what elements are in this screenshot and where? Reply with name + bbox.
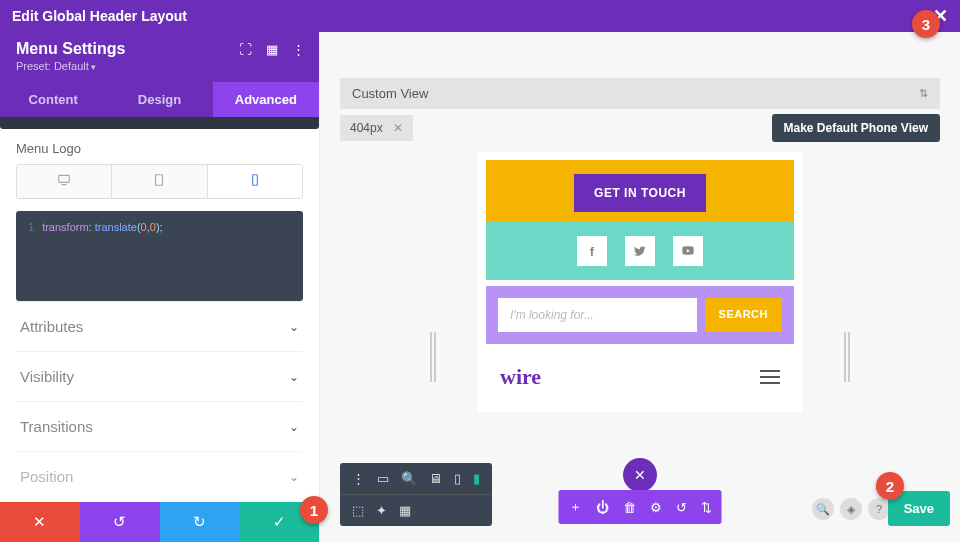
tablet-view-icon[interactable]: ▯ (454, 471, 461, 486)
hamburger-icon[interactable] (760, 370, 780, 384)
bottom-action-bar: ✕ ↺ ↻ ✓ (0, 502, 319, 542)
add-icon[interactable]: ＋ (569, 498, 582, 516)
menu-logo-label: Menu Logo (16, 141, 303, 156)
desktop-icon[interactable] (17, 165, 112, 198)
chevron-down-icon: ⌄ (289, 420, 299, 434)
updown-icon: ⇅ (919, 87, 928, 100)
tab-advanced[interactable]: Advanced (213, 82, 319, 117)
svg-rect-0 (59, 175, 70, 182)
accordion-transitions[interactable]: Transitions ⌄ (16, 401, 303, 451)
viewport-size: 404px ✕ (340, 115, 413, 141)
search-section: I'm looking for... SEARCH (486, 286, 794, 344)
toolbox-more-icon[interactable]: ⋮ (352, 471, 365, 486)
code-editor[interactable]: 1transform: translate(0,0); (16, 211, 303, 301)
youtube-icon[interactable] (673, 236, 703, 266)
grid-icon[interactable]: ▦ (266, 42, 278, 57)
nav-section: wire (486, 350, 794, 404)
zoom-tool-icon[interactable]: 🔍 (401, 471, 417, 486)
annotation-marker-3: 3 (912, 10, 940, 38)
help-icon[interactable]: ? (868, 498, 890, 520)
chevron-down-icon: ⌄ (289, 320, 299, 334)
trash-icon[interactable]: 🗑 (623, 500, 636, 515)
module-action-bar: ＋ ⏻ 🗑 ⚙ ↺ ⇅ (559, 490, 722, 524)
chevron-down-icon: ⌄ (289, 370, 299, 384)
tab-bar: Content Design Advanced (0, 82, 319, 117)
more-icon[interactable]: ⋮ (292, 42, 305, 57)
search-button[interactable]: SEARCH (705, 298, 782, 332)
phone-view-icon[interactable]: ▮ (473, 471, 480, 486)
cta-button[interactable]: GET IN TOUCH (574, 174, 706, 212)
device-toolbox: ⋮ ▭ 🔍 🖥 ▯ ▮ ⬚ ✦ ▦ (340, 463, 492, 526)
annotation-marker-2: 2 (876, 472, 904, 500)
expand-icon[interactable]: ⛶ (239, 42, 252, 57)
history-icon[interactable]: ↺ (676, 500, 687, 515)
view-dropdown[interactable]: Custom View ⇅ (340, 78, 940, 109)
discard-button[interactable]: ✕ (0, 502, 80, 542)
accordion-attributes[interactable]: Attributes ⌄ (16, 301, 303, 351)
facebook-icon[interactable]: f (577, 236, 607, 266)
chevron-down-icon: ⌄ (289, 470, 299, 484)
top-bar-title: Edit Global Header Layout (12, 8, 187, 24)
device-selector (16, 164, 303, 199)
annotation-marker-1: 1 (300, 496, 328, 524)
redo-button[interactable]: ↻ (160, 502, 240, 542)
grid-view-icon[interactable]: ▦ (399, 503, 411, 518)
twitter-icon[interactable] (625, 236, 655, 266)
settings-sidebar: Menu Settings Preset: Default ⛶ ▦ ⋮ Cont… (0, 32, 320, 542)
zoom-icon[interactable]: 🔍 (812, 498, 834, 520)
fab-close-button[interactable]: ✕ (623, 458, 657, 492)
make-default-button[interactable]: Make Default Phone View (772, 114, 941, 142)
tab-content[interactable]: Content (0, 82, 106, 117)
svg-rect-2 (156, 175, 163, 186)
sidebar-header: Menu Settings Preset: Default ⛶ ▦ ⋮ (0, 32, 319, 82)
phone-preview: GET IN TOUCH f I (478, 152, 802, 412)
canvas-mini-icons: 🔍 ◈ ? (812, 498, 890, 520)
portrait-icon[interactable]: ⬚ (352, 503, 364, 518)
desktop-view-icon[interactable]: 🖥 (429, 471, 442, 486)
wireframe-icon[interactable]: ▭ (377, 471, 389, 486)
undo-button[interactable]: ↺ (80, 502, 160, 542)
site-logo[interactable]: wire (500, 364, 541, 390)
search-input[interactable]: I'm looking for... (498, 298, 697, 332)
power-icon[interactable]: ⏻ (596, 500, 609, 515)
panel-body: Menu Logo 1transform: translate(0,0); At… (0, 117, 319, 502)
cta-section: GET IN TOUCH f (486, 160, 794, 280)
resize-handle-right[interactable] (844, 332, 850, 382)
resize-handle-left[interactable] (430, 332, 436, 382)
landscape-icon[interactable]: ✦ (376, 503, 387, 518)
layers-icon[interactable]: ◈ (840, 498, 862, 520)
top-bar: Edit Global Header Layout ✕ (0, 0, 960, 32)
accordion-position[interactable]: Position ⌄ (16, 451, 303, 501)
gear-icon[interactable]: ⚙ (650, 500, 662, 515)
clear-size-icon[interactable]: ✕ (393, 121, 403, 135)
tab-design[interactable]: Design (106, 82, 212, 117)
preset-dropdown[interactable]: Preset: Default (16, 60, 303, 72)
phone-icon[interactable] (208, 165, 302, 198)
tablet-icon[interactable] (112, 165, 207, 198)
preview-canvas: Custom View ⇅ 404px ✕ Make Default Phone… (320, 32, 960, 542)
accordion-visibility[interactable]: Visibility ⌄ (16, 351, 303, 401)
svg-rect-3 (252, 175, 257, 186)
sort-icon[interactable]: ⇅ (701, 500, 712, 515)
